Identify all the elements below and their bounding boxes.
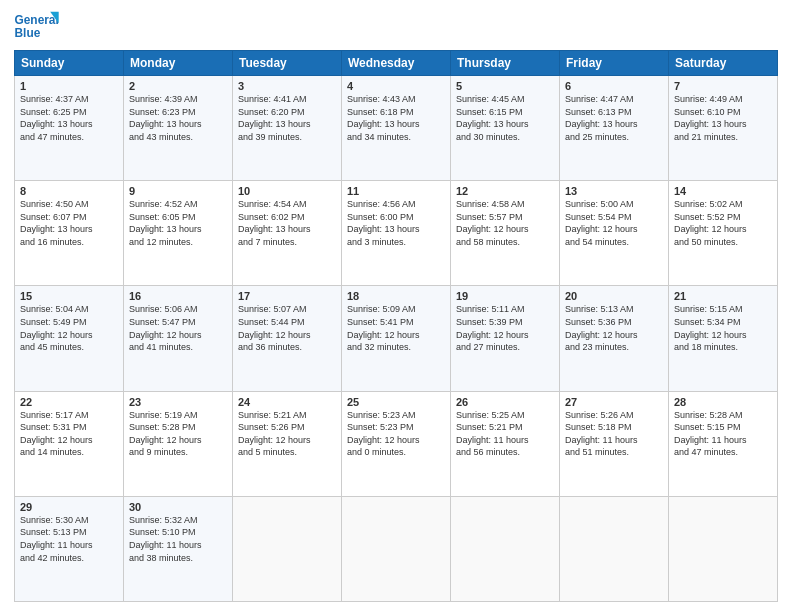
day-number: 29 bbox=[20, 501, 118, 513]
day-info: Sunrise: 4:41 AM Sunset: 6:20 PM Dayligh… bbox=[238, 93, 336, 143]
day-number: 7 bbox=[674, 80, 772, 92]
weekday-header-tuesday: Tuesday bbox=[233, 51, 342, 76]
day-cell: 26Sunrise: 5:25 AM Sunset: 5:21 PM Dayli… bbox=[451, 391, 560, 496]
day-info: Sunrise: 5:06 AM Sunset: 5:47 PM Dayligh… bbox=[129, 303, 227, 353]
day-cell bbox=[451, 496, 560, 601]
day-info: Sunrise: 5:13 AM Sunset: 5:36 PM Dayligh… bbox=[565, 303, 663, 353]
day-info: Sunrise: 5:15 AM Sunset: 5:34 PM Dayligh… bbox=[674, 303, 772, 353]
day-number: 2 bbox=[129, 80, 227, 92]
day-cell: 25Sunrise: 5:23 AM Sunset: 5:23 PM Dayli… bbox=[342, 391, 451, 496]
logo-icon: GeneralBlue bbox=[14, 10, 66, 44]
day-cell: 9Sunrise: 4:52 AM Sunset: 6:05 PM Daylig… bbox=[124, 181, 233, 286]
day-cell: 30Sunrise: 5:32 AM Sunset: 5:10 PM Dayli… bbox=[124, 496, 233, 601]
day-number: 6 bbox=[565, 80, 663, 92]
week-row-2: 15Sunrise: 5:04 AM Sunset: 5:49 PM Dayli… bbox=[15, 286, 778, 391]
week-row-4: 29Sunrise: 5:30 AM Sunset: 5:13 PM Dayli… bbox=[15, 496, 778, 601]
day-cell bbox=[233, 496, 342, 601]
day-number: 27 bbox=[565, 396, 663, 408]
day-info: Sunrise: 5:07 AM Sunset: 5:44 PM Dayligh… bbox=[238, 303, 336, 353]
day-cell: 19Sunrise: 5:11 AM Sunset: 5:39 PM Dayli… bbox=[451, 286, 560, 391]
day-number: 9 bbox=[129, 185, 227, 197]
day-info: Sunrise: 5:19 AM Sunset: 5:28 PM Dayligh… bbox=[129, 409, 227, 459]
day-info: Sunrise: 5:25 AM Sunset: 5:21 PM Dayligh… bbox=[456, 409, 554, 459]
day-info: Sunrise: 4:37 AM Sunset: 6:25 PM Dayligh… bbox=[20, 93, 118, 143]
day-number: 18 bbox=[347, 290, 445, 302]
week-row-3: 22Sunrise: 5:17 AM Sunset: 5:31 PM Dayli… bbox=[15, 391, 778, 496]
day-cell: 13Sunrise: 5:00 AM Sunset: 5:54 PM Dayli… bbox=[560, 181, 669, 286]
weekday-header-wednesday: Wednesday bbox=[342, 51, 451, 76]
day-cell: 4Sunrise: 4:43 AM Sunset: 6:18 PM Daylig… bbox=[342, 76, 451, 181]
day-cell: 17Sunrise: 5:07 AM Sunset: 5:44 PM Dayli… bbox=[233, 286, 342, 391]
calendar: SundayMondayTuesdayWednesdayThursdayFrid… bbox=[14, 50, 778, 602]
day-cell: 20Sunrise: 5:13 AM Sunset: 5:36 PM Dayli… bbox=[560, 286, 669, 391]
weekday-header-thursday: Thursday bbox=[451, 51, 560, 76]
day-info: Sunrise: 5:02 AM Sunset: 5:52 PM Dayligh… bbox=[674, 198, 772, 248]
day-number: 1 bbox=[20, 80, 118, 92]
day-cell: 29Sunrise: 5:30 AM Sunset: 5:13 PM Dayli… bbox=[15, 496, 124, 601]
day-info: Sunrise: 4:58 AM Sunset: 5:57 PM Dayligh… bbox=[456, 198, 554, 248]
week-row-1: 8Sunrise: 4:50 AM Sunset: 6:07 PM Daylig… bbox=[15, 181, 778, 286]
day-info: Sunrise: 4:54 AM Sunset: 6:02 PM Dayligh… bbox=[238, 198, 336, 248]
day-cell: 22Sunrise: 5:17 AM Sunset: 5:31 PM Dayli… bbox=[15, 391, 124, 496]
day-info: Sunrise: 5:21 AM Sunset: 5:26 PM Dayligh… bbox=[238, 409, 336, 459]
day-info: Sunrise: 5:28 AM Sunset: 5:15 PM Dayligh… bbox=[674, 409, 772, 459]
svg-text:General: General bbox=[15, 13, 59, 27]
day-cell: 6Sunrise: 4:47 AM Sunset: 6:13 PM Daylig… bbox=[560, 76, 669, 181]
day-number: 30 bbox=[129, 501, 227, 513]
day-cell: 28Sunrise: 5:28 AM Sunset: 5:15 PM Dayli… bbox=[669, 391, 778, 496]
day-number: 14 bbox=[674, 185, 772, 197]
day-number: 20 bbox=[565, 290, 663, 302]
day-number: 26 bbox=[456, 396, 554, 408]
day-number: 3 bbox=[238, 80, 336, 92]
weekday-header-friday: Friday bbox=[560, 51, 669, 76]
day-number: 22 bbox=[20, 396, 118, 408]
weekday-header-monday: Monday bbox=[124, 51, 233, 76]
day-number: 17 bbox=[238, 290, 336, 302]
day-info: Sunrise: 4:52 AM Sunset: 6:05 PM Dayligh… bbox=[129, 198, 227, 248]
day-info: Sunrise: 5:30 AM Sunset: 5:13 PM Dayligh… bbox=[20, 514, 118, 564]
day-info: Sunrise: 4:39 AM Sunset: 6:23 PM Dayligh… bbox=[129, 93, 227, 143]
day-number: 12 bbox=[456, 185, 554, 197]
day-cell: 21Sunrise: 5:15 AM Sunset: 5:34 PM Dayli… bbox=[669, 286, 778, 391]
day-cell: 18Sunrise: 5:09 AM Sunset: 5:41 PM Dayli… bbox=[342, 286, 451, 391]
day-cell: 1Sunrise: 4:37 AM Sunset: 6:25 PM Daylig… bbox=[15, 76, 124, 181]
day-cell: 16Sunrise: 5:06 AM Sunset: 5:47 PM Dayli… bbox=[124, 286, 233, 391]
day-number: 8 bbox=[20, 185, 118, 197]
day-info: Sunrise: 5:26 AM Sunset: 5:18 PM Dayligh… bbox=[565, 409, 663, 459]
day-info: Sunrise: 5:23 AM Sunset: 5:23 PM Dayligh… bbox=[347, 409, 445, 459]
day-info: Sunrise: 5:09 AM Sunset: 5:41 PM Dayligh… bbox=[347, 303, 445, 353]
day-cell: 10Sunrise: 4:54 AM Sunset: 6:02 PM Dayli… bbox=[233, 181, 342, 286]
header: GeneralBlue bbox=[14, 10, 778, 44]
day-number: 4 bbox=[347, 80, 445, 92]
day-info: Sunrise: 4:49 AM Sunset: 6:10 PM Dayligh… bbox=[674, 93, 772, 143]
day-info: Sunrise: 4:43 AM Sunset: 6:18 PM Dayligh… bbox=[347, 93, 445, 143]
day-cell: 3Sunrise: 4:41 AM Sunset: 6:20 PM Daylig… bbox=[233, 76, 342, 181]
day-info: Sunrise: 5:11 AM Sunset: 5:39 PM Dayligh… bbox=[456, 303, 554, 353]
day-cell: 14Sunrise: 5:02 AM Sunset: 5:52 PM Dayli… bbox=[669, 181, 778, 286]
weekday-header-sunday: Sunday bbox=[15, 51, 124, 76]
day-info: Sunrise: 4:47 AM Sunset: 6:13 PM Dayligh… bbox=[565, 93, 663, 143]
day-cell: 12Sunrise: 4:58 AM Sunset: 5:57 PM Dayli… bbox=[451, 181, 560, 286]
week-row-0: 1Sunrise: 4:37 AM Sunset: 6:25 PM Daylig… bbox=[15, 76, 778, 181]
day-info: Sunrise: 5:00 AM Sunset: 5:54 PM Dayligh… bbox=[565, 198, 663, 248]
weekday-header-row: SundayMondayTuesdayWednesdayThursdayFrid… bbox=[15, 51, 778, 76]
day-cell: 23Sunrise: 5:19 AM Sunset: 5:28 PM Dayli… bbox=[124, 391, 233, 496]
day-number: 13 bbox=[565, 185, 663, 197]
day-number: 11 bbox=[347, 185, 445, 197]
logo: GeneralBlue bbox=[14, 10, 66, 44]
day-cell: 24Sunrise: 5:21 AM Sunset: 5:26 PM Dayli… bbox=[233, 391, 342, 496]
day-cell: 2Sunrise: 4:39 AM Sunset: 6:23 PM Daylig… bbox=[124, 76, 233, 181]
day-cell: 7Sunrise: 4:49 AM Sunset: 6:10 PM Daylig… bbox=[669, 76, 778, 181]
day-number: 10 bbox=[238, 185, 336, 197]
day-number: 24 bbox=[238, 396, 336, 408]
day-info: Sunrise: 4:50 AM Sunset: 6:07 PM Dayligh… bbox=[20, 198, 118, 248]
day-number: 21 bbox=[674, 290, 772, 302]
day-info: Sunrise: 4:56 AM Sunset: 6:00 PM Dayligh… bbox=[347, 198, 445, 248]
day-cell: 27Sunrise: 5:26 AM Sunset: 5:18 PM Dayli… bbox=[560, 391, 669, 496]
day-info: Sunrise: 4:45 AM Sunset: 6:15 PM Dayligh… bbox=[456, 93, 554, 143]
svg-text:Blue: Blue bbox=[15, 26, 41, 40]
day-info: Sunrise: 5:17 AM Sunset: 5:31 PM Dayligh… bbox=[20, 409, 118, 459]
page: GeneralBlue SundayMondayTuesdayWednesday… bbox=[0, 0, 792, 612]
day-number: 19 bbox=[456, 290, 554, 302]
day-cell bbox=[669, 496, 778, 601]
